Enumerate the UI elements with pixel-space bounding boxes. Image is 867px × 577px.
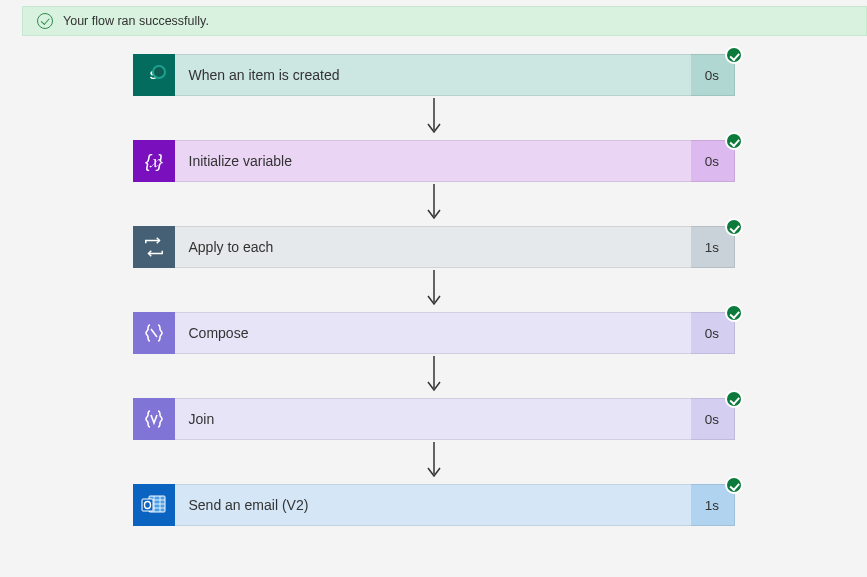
flow-connector-arrow <box>424 182 444 226</box>
outlook-icon <box>133 484 175 526</box>
step-label: Initialize variable <box>175 140 691 182</box>
compose-icon <box>133 312 175 354</box>
flow-step-compose[interactable]: Compose 0s <box>133 312 735 354</box>
flow-step-join[interactable]: Join 0s <box>133 398 735 440</box>
variable-icon: {𝑥} <box>133 140 175 182</box>
flow-step-trigger[interactable]: S When an item is created 0s <box>133 54 735 96</box>
success-status-icon <box>725 46 743 64</box>
success-status-icon <box>725 390 743 408</box>
flow-step-apply-to-each[interactable]: Apply to each 1s <box>133 226 735 268</box>
check-circle-icon <box>37 13 53 29</box>
flow-connector-arrow <box>424 268 444 312</box>
flow-step-initialize-variable[interactable]: {𝑥} Initialize variable 0s <box>133 140 735 182</box>
step-label: Join <box>175 398 691 440</box>
step-label: Send an email (V2) <box>175 484 691 526</box>
flow-canvas: S When an item is created 0s {𝑥} Initial… <box>0 54 867 546</box>
sharepoint-icon: S <box>133 54 175 96</box>
step-label: Compose <box>175 312 691 354</box>
success-status-icon <box>725 218 743 236</box>
success-banner: Your flow ran successfully. <box>22 6 867 36</box>
svg-line-3 <box>151 329 157 337</box>
banner-message: Your flow ran successfully. <box>63 14 209 28</box>
loop-icon <box>133 226 175 268</box>
step-label: When an item is created <box>175 54 691 96</box>
success-status-icon <box>725 304 743 322</box>
success-status-icon <box>725 476 743 494</box>
success-status-icon <box>725 132 743 150</box>
flow-connector-arrow <box>424 96 444 140</box>
svg-rect-12 <box>142 499 153 511</box>
join-icon <box>133 398 175 440</box>
flow-step-send-email[interactable]: Send an email (V2) 1s <box>133 484 735 526</box>
step-label: Apply to each <box>175 226 691 268</box>
flow-connector-arrow <box>424 354 444 398</box>
flow-connector-arrow <box>424 440 444 484</box>
